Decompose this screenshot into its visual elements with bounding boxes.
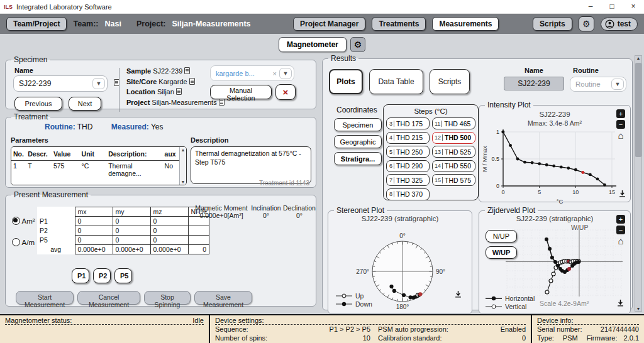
param-no: 1 bbox=[11, 160, 26, 185]
legend-horizontal: Horizontal bbox=[486, 294, 535, 302]
clear-icon[interactable]: × bbox=[273, 70, 277, 77]
chevron-down-icon[interactable]: ▼ bbox=[611, 79, 624, 90]
declination-block: Declination 0° bbox=[282, 204, 316, 219]
previous-specimen-button[interactable]: Previous bbox=[14, 97, 62, 111]
step-button-thd-550[interactable]: 14THD 550 bbox=[432, 160, 475, 172]
sample-value: SJ22-239 bbox=[153, 67, 182, 75]
magnetometer-status-value: Idle bbox=[192, 317, 204, 324]
document-icon[interactable] bbox=[176, 88, 182, 95]
filled-marker-icon bbox=[336, 302, 352, 307]
specimen-name-combobox[interactable]: SJ22-239 ▼ bbox=[13, 75, 108, 92]
step-button-thd-465[interactable]: 11THD 465 bbox=[432, 117, 475, 129]
calibration-pair: Calibration standard: 0 bbox=[370, 334, 526, 342]
stop-spinning-button[interactable]: Stop Spinning bbox=[144, 291, 191, 305]
tab-data-table[interactable]: Data Table bbox=[369, 69, 423, 94]
scroll-down-icon[interactable]: ▼ bbox=[181, 180, 186, 184]
col-mz: mz bbox=[150, 207, 188, 217]
chevron-down-icon[interactable]: ▼ bbox=[279, 68, 292, 79]
parameters-header-row: No. Descr. Value Unit Description: aux bbox=[11, 147, 179, 160]
zoom-out-button[interactable]: − bbox=[616, 120, 625, 129]
w-up-button[interactable]: W/UP bbox=[486, 246, 517, 259]
scroll-down-icon[interactable]: ▼ bbox=[636, 307, 641, 311]
results-legend: Results bbox=[328, 54, 358, 63]
coord-stratigraphic-button[interactable]: Stratigra... bbox=[334, 152, 382, 165]
magnetic-moment-label: Magnetic Moment bbox=[194, 204, 248, 212]
magnetometer-settings-button[interactable]: ⚙ bbox=[350, 37, 365, 52]
parameters-scrollbar[interactable]: ▲ ▼ bbox=[179, 147, 186, 185]
download-button[interactable] bbox=[619, 190, 626, 199]
zoom-in-button[interactable]: + bbox=[616, 215, 625, 224]
coord-geographic-button[interactable]: Geographic bbox=[334, 135, 382, 148]
scroll-up-icon[interactable]: ▲ bbox=[636, 56, 641, 60]
manual-selection-button[interactable]: Manual Selection bbox=[210, 85, 272, 99]
download-button[interactable] bbox=[617, 299, 624, 308]
step-button-thd-370[interactable]: 8THD 370 bbox=[386, 188, 430, 200]
close-button[interactable]: × bbox=[623, 0, 644, 14]
p1-mx: 0 bbox=[75, 217, 113, 226]
minimize-button[interactable]: – bbox=[580, 0, 601, 14]
minus-icon: − bbox=[619, 226, 623, 234]
parameters-row[interactable]: 1 T 575 °C Thermal demagne... No bbox=[11, 160, 179, 185]
save-measurement-button[interactable]: Save Measurement bbox=[194, 291, 252, 305]
selection-filter-combobox[interactable]: kargarde b... × ▼ bbox=[210, 65, 294, 81]
p5-nh bbox=[188, 236, 209, 245]
settings-gear-button[interactable]: ⚙ bbox=[579, 16, 594, 31]
step-button-thd-325[interactable]: 7THD 325 bbox=[386, 174, 430, 186]
radio-am2-icon[interactable] bbox=[12, 217, 20, 225]
home-button[interactable]: ⌂ bbox=[616, 236, 626, 245]
document-icon[interactable] bbox=[184, 67, 190, 74]
unit-am-option[interactable]: A/m bbox=[12, 238, 35, 246]
window-title: Integrated Laboratory Software bbox=[16, 3, 580, 11]
step-label: THD 250 bbox=[396, 148, 423, 156]
p5-mz: 0 bbox=[150, 236, 188, 245]
position-p2-button[interactable]: P2 bbox=[93, 268, 111, 283]
cancel-measurement-button[interactable]: Cancel Measurement bbox=[77, 291, 140, 305]
step-button-thd-290[interactable]: 6THD 290 bbox=[386, 160, 430, 172]
radio-am-icon[interactable] bbox=[12, 238, 20, 246]
type-firmware-row: Type: PSM Firmware: 2.0.1 bbox=[537, 334, 639, 342]
fill bbox=[248, 325, 330, 333]
unit-am2-option[interactable]: Am² bbox=[12, 217, 35, 225]
step-button-thd-215[interactable]: 4THD 215 bbox=[386, 132, 430, 144]
tab-plots[interactable]: Plots bbox=[329, 69, 363, 94]
step-number: 12 bbox=[435, 134, 443, 141]
magnetometer-tab[interactable]: Magnetometer bbox=[279, 37, 347, 52]
maximize-button[interactable]: □ bbox=[601, 0, 623, 14]
deselect-button[interactable]: × bbox=[275, 84, 296, 100]
position-p5-button[interactable]: P5 bbox=[114, 268, 132, 283]
results-routine-combobox[interactable]: Routine ▼ bbox=[570, 77, 626, 92]
n-up-button[interactable]: N/UP bbox=[486, 230, 517, 242]
measurements-tab[interactable]: Measurements bbox=[432, 17, 499, 31]
position-p1-button[interactable]: P1 bbox=[72, 268, 89, 283]
main-content: Specimen Name SJ22-239 ▼ Previous Next S… bbox=[0, 55, 644, 314]
step-button-thd-250[interactable]: 5THD 250 bbox=[386, 146, 430, 158]
treatments-tab[interactable]: Treatments bbox=[372, 17, 426, 31]
start-measurement-button[interactable]: Start Measurement bbox=[16, 291, 74, 305]
user-menu[interactable]: test bbox=[601, 18, 638, 31]
step-button-thd-575[interactable]: 15THD 575 bbox=[432, 174, 475, 186]
description-box[interactable]: Thermal demagnetization at 575°C - Step … bbox=[191, 146, 311, 184]
step-button-thd-500[interactable]: 12THD 500 bbox=[432, 132, 475, 144]
document-icon[interactable] bbox=[189, 78, 195, 85]
scroll-up-icon[interactable]: ▲ bbox=[181, 148, 186, 152]
step-number: 8 bbox=[389, 191, 394, 197]
zoom-in-button[interactable]: + bbox=[616, 109, 625, 118]
tab-scripts[interactable]: Scripts bbox=[430, 69, 470, 94]
chevron-down-icon[interactable]: ▼ bbox=[92, 78, 105, 89]
coord-specimen-button[interactable]: Specimen bbox=[334, 118, 382, 131]
step-button-thd-525[interactable]: 13THD 525 bbox=[432, 146, 475, 158]
results-scrollbar-thumb[interactable] bbox=[635, 63, 641, 157]
project-manager-button[interactable]: Project Manager bbox=[293, 17, 365, 31]
step-button-thd-175[interactable]: 3THD 175 bbox=[386, 117, 430, 129]
scripts-button[interactable]: Scripts bbox=[533, 17, 572, 31]
download-button[interactable] bbox=[455, 290, 462, 300]
avg-my: 0.000e+0 bbox=[113, 245, 150, 254]
svg-text:270°: 270° bbox=[356, 268, 369, 275]
step-label: THD 500 bbox=[445, 134, 471, 141]
team-project-button[interactable]: Team/Project bbox=[6, 17, 67, 31]
document-icon[interactable] bbox=[219, 99, 225, 106]
p1-my: 0 bbox=[113, 217, 150, 226]
next-specimen-button[interactable]: Next bbox=[69, 97, 101, 111]
zoom-out-button[interactable]: − bbox=[616, 226, 625, 234]
zijderveld-scale-label: Scale 4.2e-9Am² bbox=[540, 300, 589, 307]
